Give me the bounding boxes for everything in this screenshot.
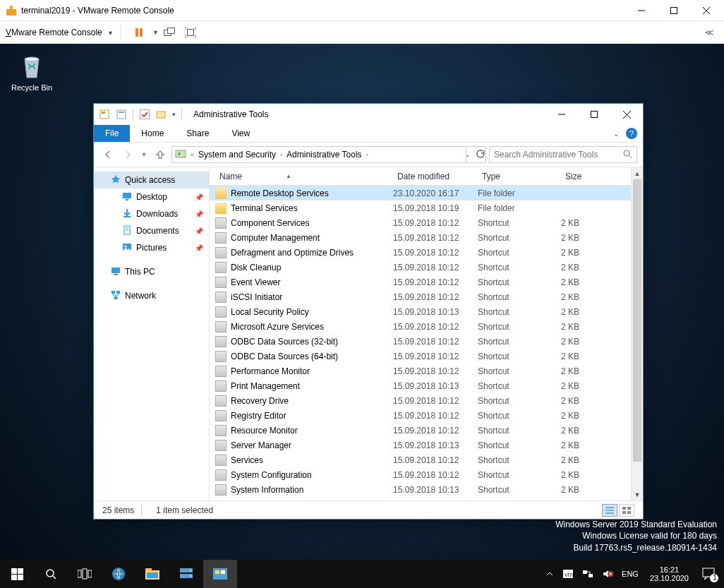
qat-customize-icon[interactable]: ▾ [172,111,176,118]
file-row[interactable]: Microsoft Azure Services15.09.2018 10:12… [210,319,631,334]
taskbar-ie[interactable] [102,560,135,588]
file-row[interactable]: Recovery Drive15.09.2018 10:12Shortcut2 … [210,393,631,408]
view-details-button[interactable] [602,504,617,517]
file-row[interactable]: Event Viewer15.09.2018 10:12Shortcut2 KB [210,275,631,289]
tab-view[interactable]: View [220,125,261,142]
address-field[interactable]: « System and Security › Administrative T… [171,146,486,163]
tab-home[interactable]: Home [130,125,175,142]
nav-recent-dropdown[interactable]: ▼ [139,146,149,163]
file-row[interactable]: Registry Editor15.09.2018 10:12Shortcut2… [210,408,631,423]
svg-rect-27 [126,199,128,200]
nav-up-button[interactable] [152,146,169,163]
svg-rect-10 [187,30,193,36]
shortcut-icon [215,351,227,362]
tab-share[interactable]: Share [175,125,220,142]
search-icon[interactable] [622,149,632,161]
nav-pictures[interactable]: Pictures📌 [94,239,209,256]
svg-rect-9 [167,28,174,34]
tray-volume-icon[interactable] [598,560,617,588]
col-size[interactable]: Size [561,172,610,181]
breadcrumb-seg-2[interactable]: Administrative Tools [286,150,362,160]
ribbon-expand-icon[interactable]: ⌄ [613,130,619,138]
taskbar-control-panel[interactable] [203,560,237,588]
qat-properties-icon[interactable] [97,107,112,122]
refresh-icon[interactable] [475,149,485,161]
file-row[interactable]: System Information15.09.2018 10:13Shortc… [210,482,631,497]
breadcrumb-overflow-icon[interactable]: « [188,151,197,158]
taskbar-server-manager[interactable] [169,560,203,588]
qat-properties2-icon[interactable] [114,107,129,122]
search-field[interactable]: Search Administrative Tools [489,146,637,163]
svg-rect-53 [88,570,92,577]
action-center-button[interactable]: 1 [696,560,724,588]
pause-icon[interactable] [131,25,147,40]
tray-vmtools-icon[interactable]: vm [558,560,578,588]
recycle-bin[interactable]: Recycle Bin [7,52,56,92]
tray-chevron-icon[interactable] [541,560,558,588]
file-row[interactable]: iSCSI Initiator15.09.2018 10:12Shortcut2… [210,289,631,304]
scrollbar-thumb[interactable] [633,179,641,462]
file-row[interactable]: Remote Desktop Services23.10.2020 16:17F… [210,186,631,200]
pin-icon: 📌 [195,210,203,218]
file-row[interactable]: Disk Cleanup15.09.2018 10:12Shortcut2 KB [210,260,631,275]
breadcrumb-seg-1[interactable]: System and Security [198,150,276,160]
file-row[interactable]: System Configuration15.09.2018 10:12Shor… [210,467,631,482]
file-row[interactable]: ODBC Data Sources (64-bit)15.09.2018 10:… [210,349,631,364]
vmrc-maximize-button[interactable] [658,0,690,21]
nav-desktop[interactable]: Desktop📌 [94,188,209,205]
taskbar-clock[interactable]: 16:21 23.10.2020 [643,560,696,588]
nav-network[interactable]: Network [94,287,209,304]
qat-newfolder-icon[interactable] [154,107,169,122]
explorer-minimize-button[interactable] [545,104,578,124]
qat-check-icon[interactable] [137,107,152,122]
tray-network-icon[interactable] [578,560,598,588]
file-row[interactable]: Resource Monitor15.09.2018 10:12Shortcut… [210,423,631,438]
vmrc-menu[interactable]: VMware Remote Console ▼ [6,28,114,38]
addr-dropdown-icon[interactable]: ⌄ [465,151,471,158]
explorer-titlebar[interactable]: ▾ Administrative Tools [94,104,643,125]
nav-quick-access[interactable]: Quick access [94,172,209,188]
collapse-toolbar-icon[interactable]: ≪ [705,28,718,37]
nav-documents[interactable]: Documents📌 [94,222,209,239]
fullscreen-icon[interactable] [183,25,198,40]
col-type[interactable]: Type [478,172,561,181]
vmrc-minimize-button[interactable] [625,0,658,21]
file-row[interactable]: Computer Management15.09.2018 10:12Short… [210,230,631,245]
tab-file[interactable]: File [94,125,130,142]
task-view-button[interactable] [68,560,102,588]
nav-forward-button[interactable] [119,146,136,163]
tray-language[interactable]: ENG [617,560,643,588]
taskbar-explorer[interactable] [135,560,169,588]
explorer-maximize-button[interactable] [578,104,610,124]
scroll-up-icon[interactable]: ▲ [632,167,643,179]
guest-desktop[interactable]: Recycle Bin ▾ Administrative Tools File … [0,44,724,588]
file-row[interactable]: Local Security Policy15.09.2018 10:13Sho… [210,304,631,319]
chevron-right-icon[interactable]: › [363,151,371,158]
nav-back-button[interactable] [99,146,116,163]
explorer-close-button[interactable] [610,104,643,124]
file-row[interactable]: Performance Monitor15.09.2018 10:12Short… [210,364,631,378]
scroll-down-icon[interactable]: ▼ [632,488,643,500]
nav-this-pc[interactable]: This PC [94,263,209,280]
col-name[interactable]: Name▲ [215,172,393,181]
file-row[interactable]: Print Management15.09.2018 10:13Shortcut… [210,378,631,393]
file-row[interactable]: ODBC Data Sources (32-bit)15.09.2018 10:… [210,334,631,349]
nav-downloads[interactable]: Downloads📌 [94,205,209,222]
view-large-button[interactable] [619,504,634,517]
svg-point-23 [178,152,181,155]
start-button[interactable] [0,560,34,588]
vertical-scrollbar[interactable]: ▲ ▼ [631,167,643,500]
file-row[interactable]: Terminal Services15.09.2018 10:19File fo… [210,200,631,215]
file-row[interactable]: Services15.09.2018 10:12Shortcut2 KB [210,452,631,467]
pause-dropdown-icon[interactable]: ▼ [152,29,159,36]
file-row[interactable]: Server Manager15.09.2018 10:13Shortcut2 … [210,438,631,452]
file-row[interactable]: Component Services15.09.2018 10:12Shortc… [210,215,631,230]
col-date[interactable]: Date modified [393,172,478,181]
vmrc-close-button[interactable] [690,0,723,21]
help-icon[interactable]: ? [626,128,637,139]
shortcut-icon [215,247,227,258]
send-cad-icon[interactable] [162,25,177,40]
file-row[interactable]: Defragment and Optimize Drives15.09.2018… [210,245,631,260]
taskbar-search-button[interactable] [34,560,68,588]
chevron-right-icon[interactable]: › [277,151,285,158]
